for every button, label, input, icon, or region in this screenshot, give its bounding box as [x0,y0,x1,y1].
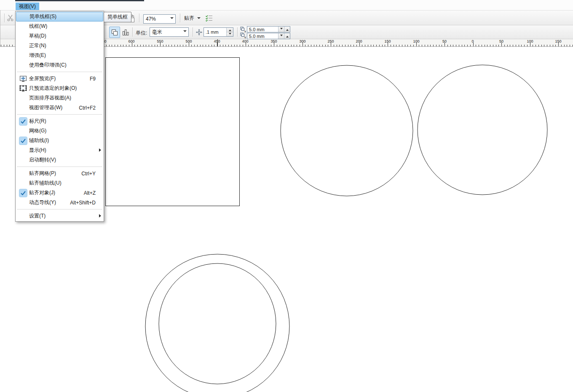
ruler-label: 450 [214,39,220,43]
spin-down-button[interactable] [227,32,233,37]
snap-label: 贴齐 [184,15,194,22]
ellipse-shape-4[interactable] [159,263,276,384]
ruler-cursor-marker [217,39,218,47]
ellipse-shape-1[interactable] [281,65,413,196]
ruler-minor-tick [362,45,362,46]
ruler-minor-tick [402,45,402,46]
menu-item-23[interactable]: 设置(T) [16,211,104,221]
menu-separator [16,113,104,116]
menu-item-label: 使用叠印增强(C) [29,62,67,69]
overlap-objects-toggle-icon[interactable] [109,27,120,38]
spin-up-button[interactable] [284,27,290,32]
menu-item-3[interactable]: 正常(N) [16,41,104,51]
ruler-minor-tick [140,45,141,46]
menu-item-4[interactable]: 增强(E) [16,51,104,60]
snap-options-icon[interactable] [205,14,213,22]
ruler-minor-tick [479,45,479,46]
menu-item-label: 贴齐网格(P) [29,170,56,177]
toolbar-separator [180,13,180,22]
menu-item-20[interactable]: 贴齐对象(J)Alt+Z [16,188,104,198]
ruler-minor-tick [126,45,126,46]
ellipse-shape-2[interactable] [418,65,547,195]
zoom-level-value: 47% [146,16,156,22]
ruler-minor-tick [177,45,178,46]
menu-item-19[interactable]: 贴齐辅助线(U) [16,178,104,188]
ruler-minor-tick [456,45,456,46]
zoom-level-combobox[interactable]: 47% [143,14,176,24]
toolbar-separator [4,13,5,22]
ruler-minor-tick [180,45,180,46]
menu-item-label: 正常(N) [29,42,46,49]
ruler-minor-tick [519,45,519,46]
menu-item-14[interactable]: 辅助线(I) [16,136,104,145]
ruler-minor-tick [1,45,1,46]
menu-item-1[interactable]: 线框(W) [16,21,104,31]
chevron-down-icon [197,17,201,21]
nudge-distance-spinner[interactable]: .1 mm [203,27,233,37]
treat-as-filled-icon[interactable] [120,27,131,38]
spin-up-button[interactable] [227,28,233,32]
menu-item-18[interactable]: 贴齐网格(P)Ctrl+Y [16,169,104,178]
menu-item-15[interactable]: 显示(H) [16,145,104,155]
units-combobox[interactable]: 毫米 [150,27,189,37]
ruler-minor-tick [265,45,266,46]
ruler-minor-tick [9,45,10,46]
dropdown-button[interactable] [278,27,284,32]
ruler-minor-tick [516,45,516,46]
dropdown-button[interactable] [278,33,284,39]
ruler-minor-tick [12,45,13,46]
menu-item-13[interactable]: 网格(G) [16,126,104,136]
scissors-icon[interactable] [6,14,14,22]
ruler-minor-tick [277,45,277,46]
menu-item-5[interactable]: 使用叠印增强(C) [16,60,104,70]
duplicate-distance-x-field[interactable]: 5.0 mm [247,26,290,32]
chevron-down-icon[interactable] [182,28,188,36]
ruler-minor-tick [251,45,252,46]
ruler-minor-tick [166,45,166,46]
ruler-minor-tick [447,45,448,46]
snap-dropdown-button[interactable]: 贴齐 [182,13,202,23]
duplicate-distance-y-field[interactable]: 5.0 mm [247,33,290,39]
ruler-minor-tick [262,45,263,46]
menu-item-16[interactable]: 启动翻转(V) [16,155,104,165]
chevron-down-icon[interactable] [169,15,175,23]
menu-separator [16,70,104,74]
menu-item-label: 显示(H) [29,147,46,154]
ruler-minor-tick [220,45,220,46]
ruler-minor-tick [379,45,380,46]
ruler-minor-tick [118,45,118,46]
menubar-item-view[interactable]: 视图(V) [16,3,39,10]
ruler-minor-tick [308,45,308,46]
menu-item-7[interactable]: 全屏预览(F)F9 [16,74,104,83]
ruler-minor-tick [183,45,183,46]
ruler-minor-tick [223,45,223,46]
ruler-minor-tick [464,45,465,46]
ruler-minor-tick [129,45,129,46]
ruler-minor-tick [462,45,462,46]
page-border [106,58,240,206]
menu-item-9[interactable]: 页面排序器视图(A) [16,93,104,103]
menu-item-12[interactable]: 标尺(R) [16,116,104,126]
ellipse-shape-3[interactable] [145,254,289,392]
ruler-minor-tick [433,45,434,46]
menu-item-21[interactable]: 动态导线(Y)Alt+Shift+D [16,198,104,207]
ruler-minor-tick [231,45,232,46]
menu-item-0[interactable]: 简单线框(S) [16,12,103,21]
ruler-minor-tick [391,45,391,46]
ruler-minor-tick [305,45,305,46]
spin-up-button[interactable] [284,33,290,39]
ruler-minor-tick [288,45,289,46]
ruler-minor-tick [550,45,550,46]
app-window: 视图(V) 47% 贴齐 [0,0,573,392]
menu-item-10[interactable]: 视图管理器(W)Ctrl+F2 [16,103,104,113]
ruler-minor-tick [328,45,328,46]
ruler-minor-tick [149,45,149,46]
ruler-minor-tick [524,45,525,46]
menu-item-label: 线框(W) [29,23,47,30]
ruler-minor-tick [422,45,422,46]
ruler-minor-tick [254,45,254,46]
ruler-minor-tick [405,45,405,46]
menu-item-8[interactable]: 只预览选定的对象(O) [16,83,104,93]
ruler-minor-tick [419,45,419,46]
menu-item-2[interactable]: 草稿(D) [16,31,104,41]
